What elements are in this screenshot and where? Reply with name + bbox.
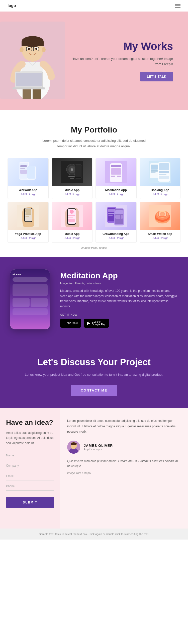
idea-right-panel: Lorem ipsum dolor sit amet, consectetur … bbox=[60, 408, 188, 529]
svg-rect-27 bbox=[20, 170, 27, 174]
author-row: JAMES OLIVER App Developer bbox=[67, 441, 181, 454]
store-buttons:  App Store ▶ Get it onGoogle Play bbox=[60, 319, 178, 328]
discuss-section: Let's Discuss Your Project Let us know y… bbox=[0, 342, 188, 408]
portfolio-name-2: Music App bbox=[52, 188, 92, 192]
svg-rect-64 bbox=[68, 215, 75, 216]
svg-rect-66 bbox=[68, 219, 75, 222]
hero-content: My Works Have an idea? Let's create your… bbox=[70, 40, 180, 81]
portfolio-type-1: UI/UX Design bbox=[8, 193, 48, 196]
portfolio-name-7: Crowdfunding App bbox=[96, 232, 136, 236]
portfolio-item-6[interactable]: Music App UI/UX Design bbox=[52, 202, 93, 243]
phone-input[interactable] bbox=[6, 482, 54, 491]
portfolio-item-7[interactable]: Crowdfunding App UI/UX Design bbox=[96, 202, 137, 243]
author-info: JAMES OLIVER App Developer bbox=[84, 444, 113, 451]
svg-rect-65 bbox=[68, 217, 73, 218]
author-quote: Quis viverra nibh cras pulvinar mattis. … bbox=[67, 459, 181, 469]
portfolio-item-5[interactable]: Yoga Practice App UI/UX Design bbox=[8, 202, 49, 243]
company-input[interactable] bbox=[6, 461, 54, 470]
svg-rect-72 bbox=[108, 215, 113, 216]
svg-point-16 bbox=[28, 48, 30, 50]
portfolio-image-6 bbox=[52, 202, 92, 230]
portfolio-title: My Portfolio bbox=[8, 125, 180, 135]
lets-talk-button[interactable]: LET'S TALK bbox=[140, 72, 173, 81]
portfolio-type-3: UI/UX Design bbox=[96, 193, 136, 196]
portfolio-image-1 bbox=[8, 158, 48, 186]
submit-button[interactable]: SUBMIT bbox=[6, 497, 54, 508]
phone-search-bar bbox=[13, 277, 48, 282]
author-avatar bbox=[67, 441, 80, 454]
svg-point-12 bbox=[20, 47, 24, 52]
header: logo bbox=[0, 0, 188, 12]
contact-me-button[interactable]: CONTACT ME bbox=[71, 385, 117, 396]
app-store-button[interactable]:  App Store bbox=[60, 319, 81, 328]
portfolio-name-6: Music App bbox=[52, 232, 92, 236]
svg-rect-46 bbox=[151, 165, 158, 170]
logo: logo bbox=[8, 4, 16, 8]
get-it-label: GET IT NOW bbox=[60, 313, 178, 316]
svg-rect-50 bbox=[159, 163, 169, 170]
svg-rect-41 bbox=[111, 168, 121, 175]
portfolio-item-8[interactable]: Smart Watch app UI/UX Design bbox=[140, 202, 181, 243]
portfolio-type-4: UI/UX Design bbox=[140, 193, 180, 196]
portfolio-section: My Portfolio Lorem ipsum dolor sit amet,… bbox=[0, 110, 188, 257]
email-input[interactable] bbox=[6, 472, 54, 480]
portfolio-type-8: UI/UX Design bbox=[140, 236, 180, 239]
portfolio-type-7: UI/UX Design bbox=[96, 236, 136, 239]
name-input[interactable] bbox=[6, 451, 54, 460]
hamburger-menu[interactable] bbox=[175, 4, 180, 8]
phone-card-small-1 bbox=[13, 298, 30, 307]
apple-icon:  bbox=[64, 321, 65, 325]
hero-section: My Works Have an idea? Let's create your… bbox=[0, 12, 188, 110]
svg-rect-29 bbox=[27, 166, 35, 179]
svg-rect-76 bbox=[115, 215, 120, 219]
portfolio-grid: Workout App UI/UX Design Music App UI/UX bbox=[8, 158, 180, 243]
svg-point-33 bbox=[71, 168, 73, 171]
portfolio-item-2[interactable]: Music App UI/UX Design bbox=[52, 158, 93, 199]
portfolio-type-6: UI/UX Design bbox=[52, 236, 92, 239]
portfolio-subtitle: Lorem ipsum dolor sit amet, consectetur … bbox=[39, 138, 149, 149]
portfolio-name-8: Smart Watch app bbox=[140, 232, 180, 236]
footer-note: Sample text. Click to select the text bo… bbox=[4, 533, 184, 536]
freepik-note: Image from Freepik bbox=[67, 471, 181, 474]
footer: Sample text. Click to select the text bo… bbox=[0, 529, 188, 540]
svg-point-87 bbox=[161, 213, 164, 216]
author-name: JAMES OLIVER bbox=[84, 444, 113, 448]
idea-left-panel: Have an idea? Amet tellus cras adipiscin… bbox=[0, 408, 60, 529]
meditation-phone-mockup: Hi, Eve! bbox=[10, 269, 50, 329]
svg-point-13 bbox=[42, 47, 46, 52]
portfolio-item-4[interactable]: Booking App UI/UX Design bbox=[140, 158, 181, 199]
play-icon: ▶ bbox=[87, 321, 90, 325]
svg-rect-35 bbox=[70, 178, 74, 179]
hero-image bbox=[0, 22, 70, 100]
portfolio-image-7 bbox=[96, 202, 136, 230]
svg-rect-58 bbox=[25, 213, 31, 215]
phone-greeting-text: Hi, Eve! bbox=[13, 273, 48, 276]
svg-rect-25 bbox=[20, 165, 27, 167]
svg-rect-11 bbox=[22, 42, 44, 46]
svg-rect-26 bbox=[20, 168, 25, 169]
discuss-title: Let's Discuss Your Project bbox=[8, 357, 180, 367]
svg-rect-52 bbox=[159, 174, 166, 175]
svg-rect-7 bbox=[16, 73, 42, 86]
svg-point-17 bbox=[35, 48, 37, 50]
portfolio-image-5 bbox=[8, 202, 48, 230]
author-role: App Developer bbox=[84, 448, 113, 451]
portfolio-item-1[interactable]: Workout App UI/UX Design bbox=[8, 158, 49, 199]
portfolio-image-2 bbox=[52, 158, 92, 186]
meditation-section: Hi, Eve! Meditation App Image from Freep… bbox=[0, 257, 188, 342]
svg-rect-40 bbox=[111, 165, 121, 167]
meditation-description: Nispand, created with knowledge of over … bbox=[60, 288, 178, 309]
svg-rect-59 bbox=[25, 216, 29, 217]
svg-rect-75 bbox=[115, 210, 123, 214]
portfolio-item-3[interactable]: Meditation App UI/UX Design bbox=[96, 158, 137, 199]
phone-card-row bbox=[13, 298, 48, 307]
phone-screen: Hi, Eve! bbox=[10, 269, 50, 329]
portfolio-image-8 bbox=[140, 202, 180, 230]
svg-rect-57 bbox=[25, 209, 31, 213]
google-play-button[interactable]: ▶ Get it onGoogle Play bbox=[84, 319, 109, 328]
hero-title: My Works bbox=[70, 40, 173, 52]
svg-rect-48 bbox=[151, 172, 156, 173]
portfolio-type-5: UI/UX Design bbox=[8, 236, 48, 239]
meditation-title: Meditation App bbox=[60, 271, 178, 280]
portfolio-name-4: Booking App bbox=[140, 188, 180, 192]
